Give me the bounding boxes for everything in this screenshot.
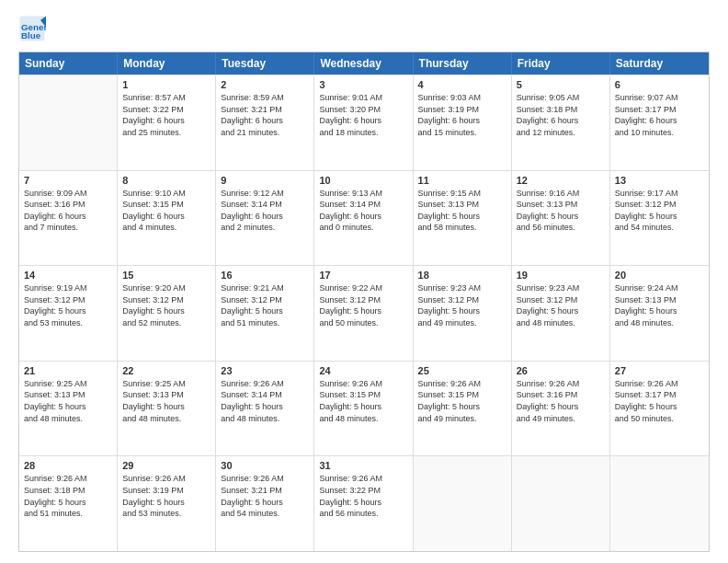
calendar-row-0: 1Sunrise: 8:57 AM Sunset: 3:22 PM Daylig… [19, 75, 709, 170]
day-number: 18 [418, 270, 506, 281]
day-details: Sunrise: 9:07 AM Sunset: 3:17 PM Dayligh… [615, 92, 704, 138]
calendar-day-8: 8Sunrise: 9:10 AM Sunset: 3:15 PM Daylig… [118, 171, 216, 266]
day-number: 20 [615, 270, 704, 281]
calendar-day-30: 30Sunrise: 9:26 AM Sunset: 3:21 PM Dayli… [216, 456, 314, 551]
weekday-header-sunday: Sunday [19, 52, 118, 75]
day-number: 15 [122, 270, 210, 281]
day-details: Sunrise: 8:57 AM Sunset: 3:22 PM Dayligh… [122, 92, 210, 138]
weekday-header-saturday: Saturday [610, 52, 709, 75]
day-number: 19 [517, 270, 605, 281]
calendar: SundayMondayTuesdayWednesdayThursdayFrid… [18, 52, 710, 552]
day-details: Sunrise: 9:10 AM Sunset: 3:15 PM Dayligh… [122, 188, 210, 234]
calendar-day-18: 18Sunrise: 9:23 AM Sunset: 3:12 PM Dayli… [414, 266, 512, 361]
day-number: 28 [24, 460, 112, 471]
day-details: Sunrise: 9:17 AM Sunset: 3:12 PM Dayligh… [615, 188, 704, 234]
calendar-day-20: 20Sunrise: 9:24 AM Sunset: 3:13 PM Dayli… [610, 266, 709, 361]
day-details: Sunrise: 9:22 AM Sunset: 3:12 PM Dayligh… [319, 282, 407, 328]
day-number: 2 [221, 79, 309, 90]
calendar-day-3: 3Sunrise: 9:01 AM Sunset: 3:20 PM Daylig… [314, 75, 413, 170]
day-details: Sunrise: 9:26 AM Sunset: 3:14 PM Dayligh… [221, 378, 309, 424]
weekday-header-tuesday: Tuesday [216, 52, 314, 75]
day-details: Sunrise: 9:25 AM Sunset: 3:13 PM Dayligh… [24, 378, 112, 424]
calendar-day-5: 5Sunrise: 9:05 AM Sunset: 3:18 PM Daylig… [512, 75, 610, 170]
day-details: Sunrise: 9:15 AM Sunset: 3:13 PM Dayligh… [418, 188, 506, 234]
day-details: Sunrise: 9:26 AM Sunset: 3:15 PM Dayligh… [319, 378, 407, 424]
calendar-day-6: 6Sunrise: 9:07 AM Sunset: 3:17 PM Daylig… [610, 75, 709, 170]
day-details: Sunrise: 8:59 AM Sunset: 3:21 PM Dayligh… [221, 92, 309, 138]
calendar-day-9: 9Sunrise: 9:12 AM Sunset: 3:14 PM Daylig… [216, 171, 314, 266]
day-number: 26 [517, 365, 605, 376]
day-number: 6 [615, 79, 704, 90]
calendar-day-16: 16Sunrise: 9:21 AM Sunset: 3:12 PM Dayli… [216, 266, 314, 361]
day-number: 12 [517, 175, 605, 186]
calendar-day-15: 15Sunrise: 9:20 AM Sunset: 3:12 PM Dayli… [118, 266, 216, 361]
calendar-day-25: 25Sunrise: 9:26 AM Sunset: 3:15 PM Dayli… [414, 362, 512, 456]
calendar-day-4: 4Sunrise: 9:03 AM Sunset: 3:19 PM Daylig… [414, 75, 512, 170]
day-details: Sunrise: 9:03 AM Sunset: 3:19 PM Dayligh… [418, 92, 506, 138]
day-details: Sunrise: 9:26 AM Sunset: 3:15 PM Dayligh… [418, 378, 506, 424]
calendar-empty-cell [19, 75, 118, 170]
day-details: Sunrise: 9:26 AM Sunset: 3:18 PM Dayligh… [24, 473, 112, 519]
day-number: 4 [418, 79, 506, 90]
day-details: Sunrise: 9:26 AM Sunset: 3:17 PM Dayligh… [615, 378, 704, 424]
calendar-day-31: 31Sunrise: 9:26 AM Sunset: 3:22 PM Dayli… [314, 456, 413, 551]
calendar-day-14: 14Sunrise: 9:19 AM Sunset: 3:12 PM Dayli… [19, 266, 118, 361]
calendar-empty-cell [610, 456, 709, 551]
weekday-header-friday: Friday [512, 52, 610, 75]
day-number: 27 [615, 365, 704, 376]
calendar-row-3: 21Sunrise: 9:25 AM Sunset: 3:13 PM Dayli… [19, 361, 709, 456]
day-number: 25 [418, 365, 506, 376]
calendar-day-22: 22Sunrise: 9:25 AM Sunset: 3:13 PM Dayli… [118, 362, 216, 456]
day-number: 22 [122, 365, 210, 376]
calendar-day-26: 26Sunrise: 9:26 AM Sunset: 3:16 PM Dayli… [512, 362, 610, 456]
page: General Blue SundayMondayTuesdayWednesda… [0, 0, 728, 563]
day-number: 9 [221, 175, 309, 186]
weekday-header-wednesday: Wednesday [314, 52, 413, 75]
calendar-day-12: 12Sunrise: 9:16 AM Sunset: 3:13 PM Dayli… [512, 171, 610, 266]
day-number: 7 [24, 175, 112, 186]
logo-icon: General Blue [18, 15, 46, 42]
calendar-day-24: 24Sunrise: 9:26 AM Sunset: 3:15 PM Dayli… [314, 362, 413, 456]
day-details: Sunrise: 9:26 AM Sunset: 3:16 PM Dayligh… [517, 378, 605, 424]
calendar-day-10: 10Sunrise: 9:13 AM Sunset: 3:14 PM Dayli… [314, 171, 413, 266]
day-details: Sunrise: 9:12 AM Sunset: 3:14 PM Dayligh… [221, 188, 309, 234]
day-details: Sunrise: 9:20 AM Sunset: 3:12 PM Dayligh… [122, 282, 210, 328]
day-details: Sunrise: 9:09 AM Sunset: 3:16 PM Dayligh… [24, 188, 112, 234]
calendar-day-21: 21Sunrise: 9:25 AM Sunset: 3:13 PM Dayli… [19, 362, 118, 456]
calendar-row-1: 7Sunrise: 9:09 AM Sunset: 3:16 PM Daylig… [19, 170, 709, 266]
day-number: 10 [319, 175, 407, 186]
day-number: 23 [221, 365, 309, 376]
calendar-body: 1Sunrise: 8:57 AM Sunset: 3:22 PM Daylig… [19, 75, 709, 551]
calendar-day-1: 1Sunrise: 8:57 AM Sunset: 3:22 PM Daylig… [118, 75, 216, 170]
calendar-empty-cell [512, 456, 610, 551]
day-details: Sunrise: 9:13 AM Sunset: 3:14 PM Dayligh… [319, 188, 407, 234]
day-number: 14 [24, 270, 112, 281]
day-details: Sunrise: 9:05 AM Sunset: 3:18 PM Dayligh… [517, 92, 605, 138]
calendar-day-13: 13Sunrise: 9:17 AM Sunset: 3:12 PM Dayli… [610, 171, 709, 266]
calendar-day-29: 29Sunrise: 9:26 AM Sunset: 3:19 PM Dayli… [118, 456, 216, 551]
calendar-empty-cell [414, 456, 512, 551]
day-details: Sunrise: 9:16 AM Sunset: 3:13 PM Dayligh… [517, 188, 605, 234]
calendar-header: SundayMondayTuesdayWednesdayThursdayFrid… [19, 52, 709, 75]
day-details: Sunrise: 9:26 AM Sunset: 3:22 PM Dayligh… [319, 473, 407, 519]
day-details: Sunrise: 9:26 AM Sunset: 3:19 PM Dayligh… [122, 473, 210, 519]
calendar-day-2: 2Sunrise: 8:59 AM Sunset: 3:21 PM Daylig… [216, 75, 314, 170]
calendar-day-7: 7Sunrise: 9:09 AM Sunset: 3:16 PM Daylig… [19, 171, 118, 266]
day-number: 11 [418, 175, 506, 186]
day-number: 1 [122, 79, 210, 90]
calendar-day-28: 28Sunrise: 9:26 AM Sunset: 3:18 PM Dayli… [19, 456, 118, 551]
day-number: 31 [319, 460, 407, 471]
calendar-row-2: 14Sunrise: 9:19 AM Sunset: 3:12 PM Dayli… [19, 265, 709, 361]
day-number: 17 [319, 270, 407, 281]
day-details: Sunrise: 9:21 AM Sunset: 3:12 PM Dayligh… [221, 282, 309, 328]
day-details: Sunrise: 9:26 AM Sunset: 3:21 PM Dayligh… [221, 473, 309, 519]
day-details: Sunrise: 9:01 AM Sunset: 3:20 PM Dayligh… [319, 92, 407, 138]
logo: General Blue [18, 15, 50, 42]
day-number: 5 [517, 79, 605, 90]
weekday-header-thursday: Thursday [414, 52, 512, 75]
calendar-day-11: 11Sunrise: 9:15 AM Sunset: 3:13 PM Dayli… [414, 171, 512, 266]
day-details: Sunrise: 9:23 AM Sunset: 3:12 PM Dayligh… [517, 282, 605, 328]
day-number: 29 [122, 460, 210, 471]
calendar-day-23: 23Sunrise: 9:26 AM Sunset: 3:14 PM Dayli… [216, 362, 314, 456]
calendar-day-17: 17Sunrise: 9:22 AM Sunset: 3:12 PM Dayli… [314, 266, 413, 361]
